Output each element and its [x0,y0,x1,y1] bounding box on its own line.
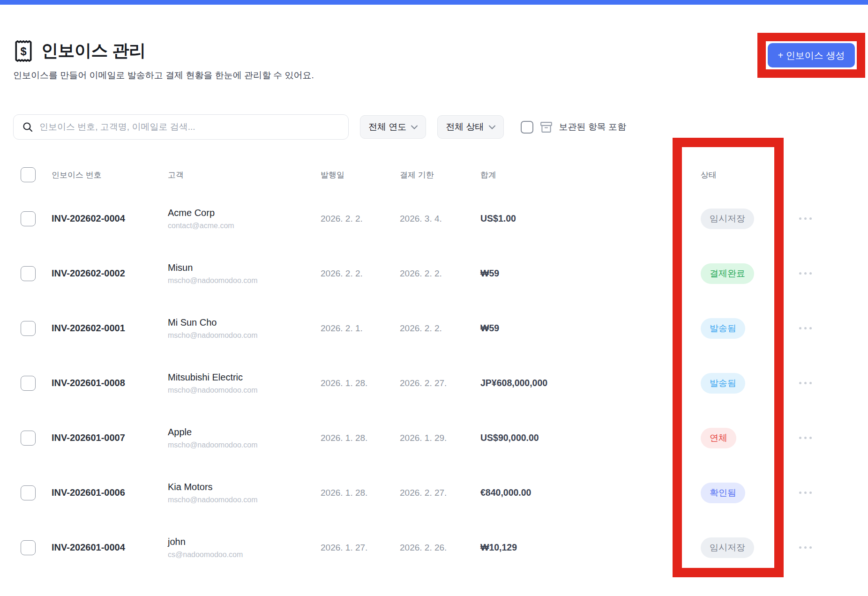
customer-name: Kia Motors [168,482,213,492]
total-amount: US$90,000.00 [480,432,682,443]
year-filter-label: 전체 연도 [368,121,406,133]
table-row[interactable]: INV-202602-0002 Misunmscho@nadoomodoo.co… [13,246,855,301]
search-input[interactable] [39,122,340,132]
search-icon [22,121,33,133]
column-header-status: 상태 [682,170,790,180]
row-menu-button[interactable] [799,433,855,443]
row-checkbox[interactable] [21,321,36,336]
customer-email: mscho@nadoomodoo.com [168,276,321,285]
column-header-total: 합계 [480,170,682,180]
year-filter-dropdown[interactable]: 전체 연도 [360,115,426,139]
search-box[interactable] [13,114,349,140]
invoice-number: INV-202601-0004 [52,542,168,553]
annotation-box-create-button: + 인보이스 생성 [757,33,865,78]
issue-date: 2026. 1. 28. [321,488,400,498]
total-amount: ₩59 [480,323,682,334]
customer-name: Acme Corp [168,208,215,218]
column-header-customer: 고객 [168,170,321,180]
top-accent-bar [0,0,868,5]
customer-name: Mitsubishi Electric [168,372,243,382]
status-badge: 발송됨 [701,373,745,394]
customer-email: mscho@nadoomodoo.com [168,441,321,449]
customer-email: cs@nadoomodoo.com [168,551,321,559]
status-filter-dropdown[interactable]: 전체 상태 [437,115,503,139]
table-row[interactable]: INV-202601-0008 Mitsubishi Electricmscho… [13,356,855,410]
filter-bar: 전체 연도 전체 상태 보관된 항목 포함 [13,114,626,140]
archived-checkbox[interactable] [521,121,533,134]
due-date: 2026. 2. 27. [400,378,480,388]
status-badge: 확인됨 [701,483,745,503]
row-checkbox[interactable] [21,431,36,446]
row-menu-button[interactable] [799,378,855,388]
table-row[interactable]: INV-202601-0006 Kia Motorsmscho@nadoomod… [13,465,855,520]
invoice-table: 인보이스 번호 고객 발행일 결제 기한 합계 상태 INV-202602-00… [13,158,855,575]
customer-name: Misun [168,262,193,273]
invoice-number: INV-202602-0004 [52,213,168,224]
row-checkbox[interactable] [21,485,36,500]
row-menu-button[interactable] [799,488,855,498]
archived-filter: 보관된 항목 포함 [521,120,627,134]
chevron-down-icon [489,125,495,129]
table-row[interactable]: INV-202601-0004 johncs@nadoomodoo.com 20… [13,520,855,575]
issue-date: 2026. 2. 1. [321,323,400,334]
total-amount: US$1.00 [480,213,682,224]
due-date: 2026. 1. 29. [400,433,480,443]
issue-date: 2026. 2. 2. [321,214,400,224]
table-row[interactable]: INV-202602-0001 Mi Sun Chomscho@nadoomod… [13,301,855,356]
row-menu-button[interactable] [799,268,855,278]
column-header-invoice-number: 인보이스 번호 [52,170,168,180]
row-checkbox[interactable] [21,211,36,226]
row-checkbox[interactable] [21,540,36,555]
chevron-down-icon [411,125,418,129]
customer-name: Apple [168,427,192,437]
status-badge: 발송됨 [701,318,745,339]
status-badge: 결제완료 [701,263,754,284]
row-checkbox[interactable] [21,266,36,281]
customer-email: contact@acme.com [168,222,321,230]
invoice-number: INV-202602-0002 [52,268,168,279]
due-date: 2026. 3. 4. [400,214,480,224]
customer-email: mscho@nadoomodoo.com [168,496,321,504]
archived-filter-label: 보관된 항목 포함 [559,121,627,133]
invoice-number: INV-202601-0008 [52,378,168,388]
invoice-number: INV-202601-0007 [52,432,168,443]
total-amount: JP¥608,000,000 [480,378,682,388]
archive-box-icon [539,120,553,134]
due-date: 2026. 2. 2. [400,268,480,279]
column-header-due-date: 결제 기한 [400,170,480,180]
create-invoice-button[interactable]: + 인보이스 생성 [768,43,855,67]
status-badge: 임시저장 [701,537,754,558]
svg-text:$: $ [20,45,26,57]
page-title: 인보이스 관리 [41,39,146,62]
page-subtitle: 인보이스를 만들어 이메일로 발송하고 결제 현황을 한눈에 관리할 수 있어요… [13,69,314,82]
customer-email: mscho@nadoomodoo.com [168,386,321,395]
due-date: 2026. 2. 2. [400,323,480,334]
row-checkbox[interactable] [21,376,36,391]
invoice-number: INV-202601-0006 [52,487,168,498]
customer-email: mscho@nadoomodoo.com [168,331,321,340]
table-row[interactable]: INV-202602-0004 Acme Corpcontact@acme.co… [13,191,855,246]
row-menu-button[interactable] [799,214,855,224]
issue-date: 2026. 1. 28. [321,378,400,388]
page-header: $ 인보이스 관리 [13,39,146,62]
customer-name: john [168,536,186,547]
issue-date: 2026. 2. 2. [321,268,400,279]
status-badge: 임시저장 [701,209,754,229]
total-amount: ₩59 [480,268,682,279]
table-row[interactable]: INV-202601-0007 Applemscho@nadoomodoo.co… [13,410,855,465]
table-header-row: 인보이스 번호 고객 발행일 결제 기한 합계 상태 [13,158,855,191]
receipt-icon: $ [13,40,34,62]
row-menu-button[interactable] [799,323,855,333]
total-amount: ₩10,129 [480,542,682,553]
due-date: 2026. 2. 27. [400,488,480,498]
due-date: 2026. 2. 26. [400,543,480,553]
total-amount: €840,000.00 [480,487,682,498]
status-badge: 연체 [701,428,736,448]
invoice-number: INV-202602-0001 [52,323,168,334]
row-menu-button[interactable] [799,543,855,552]
customer-name: Mi Sun Cho [168,317,217,328]
issue-date: 2026. 1. 27. [321,543,400,553]
column-header-issue-date: 발행일 [321,170,400,180]
select-all-checkbox[interactable] [21,167,36,182]
status-filter-label: 전체 상태 [446,121,484,133]
